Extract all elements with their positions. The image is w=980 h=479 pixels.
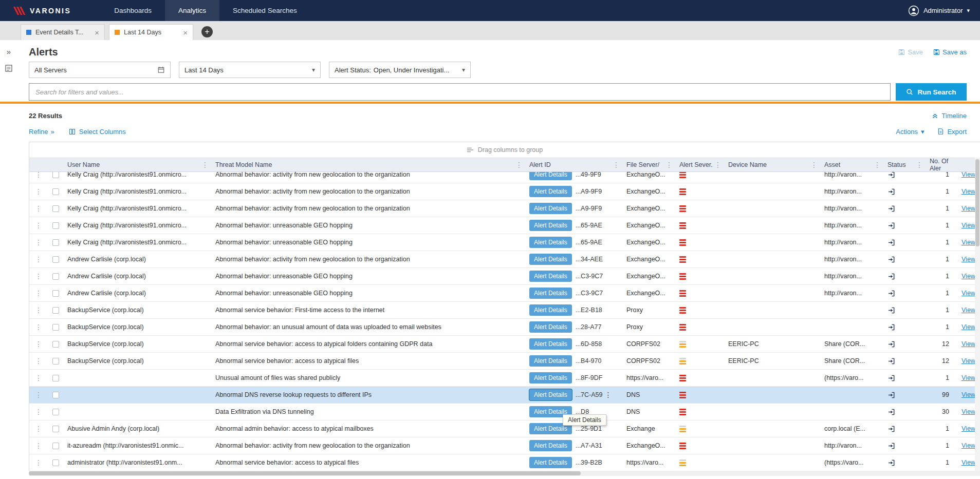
refine-button[interactable]: Refine » (29, 128, 54, 136)
table-row[interactable]: ⋮ administrator (http://varonistest91.on… (29, 454, 980, 471)
horizontal-scrollbar[interactable] (29, 471, 980, 476)
column-header-alert-id[interactable]: Alert ID⋮ (525, 158, 622, 171)
row-menu-icon[interactable]: ⋮ (35, 442, 42, 449)
tab-close-icon[interactable]: × (183, 29, 188, 36)
row-checkbox[interactable] (52, 205, 59, 212)
date-range-select[interactable]: Last 14 Days ▾ (179, 62, 321, 78)
row-checkbox[interactable] (52, 290, 59, 297)
row-menu-icon[interactable]: ⋮ (35, 205, 42, 212)
alert-details-button[interactable]: Alert Details (529, 372, 572, 384)
column-header-status[interactable]: Status⋮ (883, 158, 926, 171)
vertical-scrollbar-thumb[interactable] (975, 159, 979, 246)
alert-details-button[interactable]: Alert Details (529, 186, 572, 197)
column-header-alert-severity[interactable]: Alert Sever.⋮ (675, 158, 724, 171)
save-button[interactable]: Save (898, 48, 923, 56)
tab-last-14-days[interactable]: Last 14 Days × (109, 24, 193, 40)
row-checkbox[interactable] (52, 222, 59, 229)
column-header-threat-model[interactable]: Threat Model Name⋮ (211, 158, 525, 171)
row-checkbox[interactable] (52, 172, 59, 178)
alert-details-button[interactable]: Alert Details (529, 440, 572, 451)
column-header-alert-count[interactable]: No. Of Aler (926, 158, 957, 171)
row-checkbox[interactable] (52, 375, 59, 381)
table-row[interactable]: ⋮ Kelly Craig (http://varonistest91.onmi… (29, 183, 980, 200)
column-menu-icon[interactable]: ⋮ (201, 161, 209, 168)
tab-event-details[interactable]: Event Details T... × (21, 24, 105, 40)
alert-details-button[interactable]: Alert Details (529, 271, 572, 282)
table-row[interactable]: ⋮ Abnormal DNS reverse lookup requests t… (29, 387, 980, 404)
alert-id-menu-icon[interactable]: ⋮ (605, 391, 612, 398)
column-menu-icon[interactable]: ⋮ (810, 161, 818, 168)
table-row[interactable]: ⋮ BackupService (corp.local) Abnormal se… (29, 353, 980, 370)
row-checkbox[interactable] (52, 256, 59, 263)
row-menu-icon[interactable]: ⋮ (35, 273, 42, 280)
row-checkbox[interactable] (52, 409, 59, 415)
table-row[interactable]: ⋮ Andrew Carlisle (corp.local) Abnormal … (29, 285, 980, 302)
alert-details-button[interactable]: Alert Details (529, 203, 572, 214)
timeline-button[interactable]: Timeline (932, 112, 967, 120)
table-row[interactable]: ⋮ BackupService (corp.local) Abnormal se… (29, 336, 980, 353)
server-filter-select[interactable]: All Servers (29, 62, 171, 78)
column-header-asset[interactable]: Asset⋮ (820, 158, 883, 171)
alert-details-button[interactable]: Alert Details (529, 338, 572, 350)
row-menu-icon[interactable]: ⋮ (35, 459, 42, 466)
column-menu-icon[interactable]: ⋮ (515, 161, 523, 168)
column-header-file-server[interactable]: File Server/⋮ (622, 158, 675, 171)
row-menu-icon[interactable]: ⋮ (35, 408, 42, 415)
run-search-button[interactable]: Run Search (896, 83, 967, 101)
alert-details-button[interactable]: Alert Details (529, 355, 572, 367)
column-menu-icon[interactable]: ⋮ (714, 161, 722, 168)
row-menu-icon[interactable]: ⋮ (35, 306, 42, 314)
new-tab-button[interactable]: + (201, 26, 213, 37)
tab-close-icon[interactable]: × (95, 29, 99, 36)
row-checkbox[interactable] (52, 341, 59, 348)
row-menu-icon[interactable]: ⋮ (35, 323, 42, 331)
table-row[interactable]: ⋮ Kelly Craig (http://varonistest91.onmi… (29, 172, 980, 183)
row-checkbox[interactable] (52, 459, 59, 466)
alert-details-button[interactable]: Alert Details (529, 237, 572, 248)
column-header-user-name[interactable]: User Name⋮ (63, 158, 211, 171)
select-columns-button[interactable]: Select Columns (69, 128, 126, 136)
table-row[interactable]: ⋮ Andrew Carlisle (corp.local) Abnormal … (29, 251, 980, 268)
actions-dropdown[interactable]: Actions ▾ (896, 128, 924, 136)
row-checkbox[interactable] (52, 307, 59, 314)
row-menu-icon[interactable]: ⋮ (35, 425, 42, 432)
row-checkbox[interactable] (52, 324, 59, 331)
column-menu-icon[interactable]: ⋮ (874, 161, 881, 168)
row-menu-icon[interactable]: ⋮ (35, 256, 42, 263)
row-menu-icon[interactable]: ⋮ (35, 222, 42, 229)
save-as-button[interactable]: Save as (933, 48, 967, 56)
alert-details-button[interactable]: Alert Details (529, 389, 572, 400)
saved-searches-icon[interactable] (5, 64, 13, 72)
alert-details-button[interactable]: Alert Details (529, 457, 572, 468)
row-menu-icon[interactable]: ⋮ (35, 239, 42, 246)
column-header-device-name[interactable]: Device Name⋮ (724, 158, 820, 171)
row-menu-icon[interactable]: ⋮ (35, 340, 42, 348)
row-menu-icon[interactable]: ⋮ (35, 290, 42, 297)
table-row[interactable]: ⋮ Abusive Admin Andy (corp.local) Abnorm… (29, 420, 980, 437)
horizontal-scrollbar-thumb[interactable] (29, 471, 581, 475)
alert-details-button[interactable]: Alert Details (529, 304, 572, 316)
table-row[interactable]: ⋮ Unusual amount of files was shared pub… (29, 370, 980, 387)
expand-panel-icon[interactable]: » (7, 47, 11, 56)
table-row[interactable]: ⋮ Kelly Craig (http://varonistest91.onmi… (29, 217, 980, 234)
table-row[interactable]: ⋮ BackupService (corp.local) Abnormal be… (29, 319, 980, 336)
table-row[interactable]: ⋮ Andrew Carlisle (corp.local) Abnormal … (29, 268, 980, 285)
table-row[interactable]: ⋮ BackupService (corp.local) Abnormal se… (29, 302, 980, 319)
row-checkbox[interactable] (52, 426, 59, 432)
column-menu-icon[interactable]: ⋮ (916, 161, 923, 168)
export-button[interactable]: Export (937, 128, 967, 136)
alert-details-button[interactable]: Alert Details (529, 220, 572, 231)
alert-details-button[interactable]: Alert Details (529, 321, 572, 333)
row-checkbox[interactable] (52, 392, 59, 398)
column-menu-icon[interactable]: ⋮ (665, 161, 673, 168)
table-row[interactable]: ⋮ Kelly Craig (http://varonistest91.onmi… (29, 234, 980, 251)
vertical-scrollbar[interactable] (975, 158, 980, 471)
nav-item-scheduled-searches[interactable]: Scheduled Searches (219, 0, 310, 21)
alert-status-select[interactable]: Alert Status:Open, Under Investigati... … (329, 62, 471, 78)
search-input[interactable] (29, 83, 891, 101)
row-checkbox[interactable] (52, 443, 59, 449)
column-menu-icon[interactable]: ⋮ (613, 161, 620, 168)
alert-details-button[interactable]: Alert Details (529, 172, 572, 180)
table-row[interactable]: ⋮ it-azureadm (http://varonistest91.onmi… (29, 437, 980, 454)
table-row[interactable]: ⋮ Kelly Craig (http://varonistest91.onmi… (29, 200, 980, 217)
